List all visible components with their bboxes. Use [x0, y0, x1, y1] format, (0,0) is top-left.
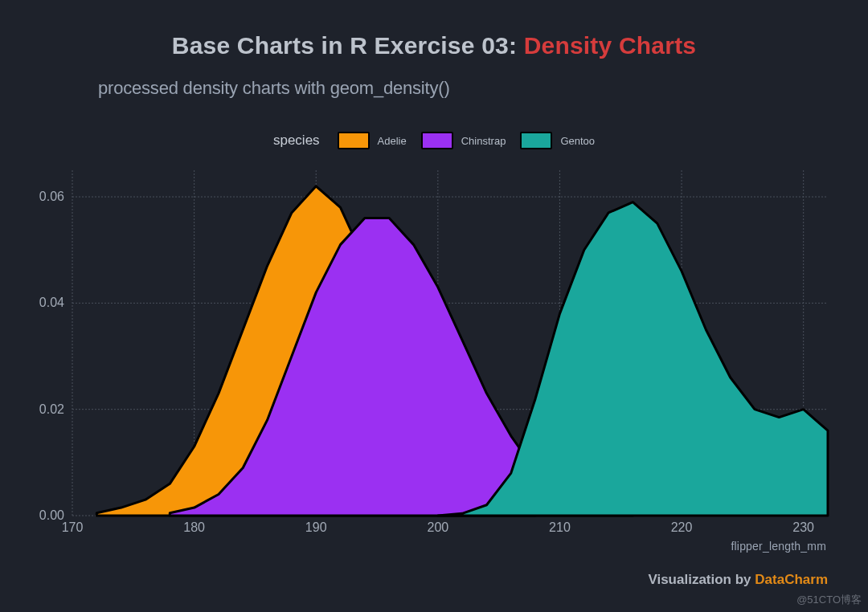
y-tick-label: 0.06	[24, 190, 64, 204]
legend: species Adelie Chinstrap Gentoo	[0, 132, 868, 149]
legend-swatch-chinstrap	[421, 132, 453, 149]
y-tick-label: 0.00	[24, 508, 64, 523]
x-tick-label: 190	[305, 520, 327, 535]
legend-swatch-adelie	[338, 132, 370, 149]
legend-title: species	[273, 133, 320, 149]
legend-item-adelie: Adelie	[338, 132, 407, 149]
legend-swatch-gentoo	[520, 132, 552, 149]
legend-item-gentoo: Gentoo	[520, 132, 595, 149]
y-tick-label: 0.02	[24, 402, 64, 417]
chart-title: Base Charts in R Exercise 03: Density Ch…	[0, 32, 868, 59]
density-plot-svg	[72, 170, 828, 516]
x-tick-label: 170	[62, 520, 84, 535]
credit-line: Visualization by DataCharm	[648, 572, 828, 588]
x-tick-label: 230	[792, 520, 814, 535]
plot-area: 0.000.020.040.06 170180190200210220230 f…	[72, 170, 828, 516]
title-part1: Base Charts in R Exercise 03:	[172, 32, 524, 59]
credit-author: DataCharm	[755, 572, 828, 587]
x-tick-label: 220	[671, 520, 693, 535]
credit-prefix: Visualization by	[648, 572, 755, 587]
y-tick-label: 0.04	[24, 296, 64, 310]
x-axis-label: flipper_length_mm	[731, 540, 826, 553]
x-tick-label: 180	[183, 520, 205, 535]
legend-label-gentoo: Gentoo	[560, 135, 595, 147]
legend-item-chinstrap: Chinstrap	[421, 132, 506, 149]
x-tick-label: 200	[427, 520, 448, 535]
x-tick-label: 210	[549, 520, 571, 535]
legend-label-chinstrap: Chinstrap	[461, 135, 506, 147]
chart-subtitle: processed density charts with geom_densi…	[98, 78, 450, 99]
legend-label-adelie: Adelie	[378, 135, 407, 147]
title-part2: Density Charts	[524, 32, 697, 59]
watermark: @51CTO博客	[796, 593, 862, 607]
